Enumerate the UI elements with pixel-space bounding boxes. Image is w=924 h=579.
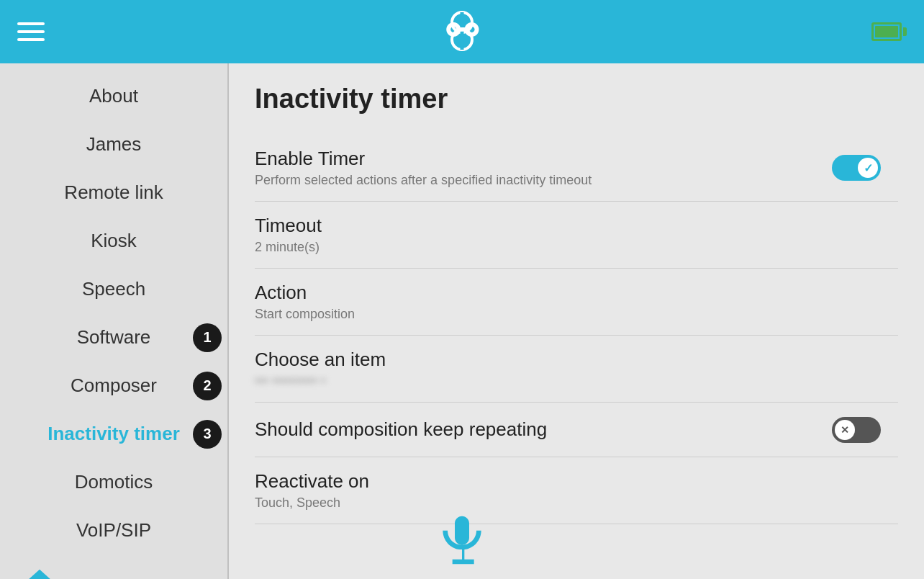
setting-repeating[interactable]: Should composition keep repeating: [255, 403, 898, 457]
sidebar-item-remote-link[interactable]: Remote link: [0, 169, 227, 217]
sidebar-item-kiosk[interactable]: Kiosk: [0, 217, 227, 265]
app-logo: ⚯: [443, 8, 481, 56]
step-badge-3: 3: [193, 420, 222, 449]
timeout-value: 2 minute(s): [255, 240, 898, 255]
setting-reactivate[interactable]: Reactivate on Touch, Speech: [255, 457, 898, 524]
setting-enable-timer[interactable]: Enable Timer Perform selected actions af…: [255, 135, 898, 202]
sidebar-item-software[interactable]: Software 1: [0, 313, 227, 362]
reactivate-label: Reactivate on: [255, 470, 898, 493]
content-area: Inactivity timer Enable Timer Perform se…: [229, 63, 924, 579]
choose-item-label: Choose an item: [255, 349, 898, 371]
hamburger-menu-button[interactable]: [17, 22, 45, 41]
sidebar-item-james[interactable]: James: [0, 120, 227, 169]
timeout-label: Timeout: [255, 215, 898, 237]
battery-indicator: [871, 22, 907, 41]
enable-timer-sub: Perform selected actions after a specifi…: [255, 173, 898, 188]
sidebar-item-voip-sip[interactable]: VoIP/SIP: [0, 506, 227, 555]
step-badge-2: 2: [193, 372, 222, 400]
microphone-button[interactable]: [433, 511, 491, 572]
sidebar-item-composer[interactable]: Composer 2: [0, 362, 227, 410]
page-title: Inactivity timer: [255, 84, 898, 115]
enable-timer-toggle[interactable]: [832, 155, 881, 181]
sidebar-item-domotics[interactable]: Domotics: [0, 458, 227, 506]
header: ⚯: [0, 0, 924, 63]
action-label: Action: [255, 282, 898, 304]
choose-item-value: ••• •••••••••• •: [255, 374, 898, 389]
setting-timeout[interactable]: Timeout 2 minute(s): [255, 202, 898, 269]
repeating-label: Should composition keep repeating: [255, 418, 898, 441]
sidebar-item-about[interactable]: About: [0, 72, 227, 120]
home-button[interactable]: [14, 563, 65, 579]
toggle-on-switch[interactable]: [832, 155, 881, 181]
main-layout: About James Remote link Kiosk Speech Sof…: [0, 63, 924, 579]
setting-choose-item[interactable]: Choose an item ••• •••••••••• •: [255, 336, 898, 403]
toggle-off-switch[interactable]: [832, 417, 881, 443]
repeating-toggle[interactable]: [832, 417, 881, 443]
sidebar-item-speech[interactable]: Speech: [0, 265, 227, 313]
sidebar: About James Remote link Kiosk Speech Sof…: [0, 63, 229, 579]
setting-action[interactable]: Action Start composition: [255, 269, 898, 336]
step-badge-1: 1: [193, 323, 222, 352]
action-value: Start composition: [255, 307, 898, 322]
enable-timer-label: Enable Timer: [255, 148, 898, 170]
sidebar-item-inactivity-timer[interactable]: Inactivity timer 3: [0, 410, 227, 458]
svg-text:⚯: ⚯: [446, 10, 479, 51]
reactivate-value: Touch, Speech: [255, 495, 898, 511]
